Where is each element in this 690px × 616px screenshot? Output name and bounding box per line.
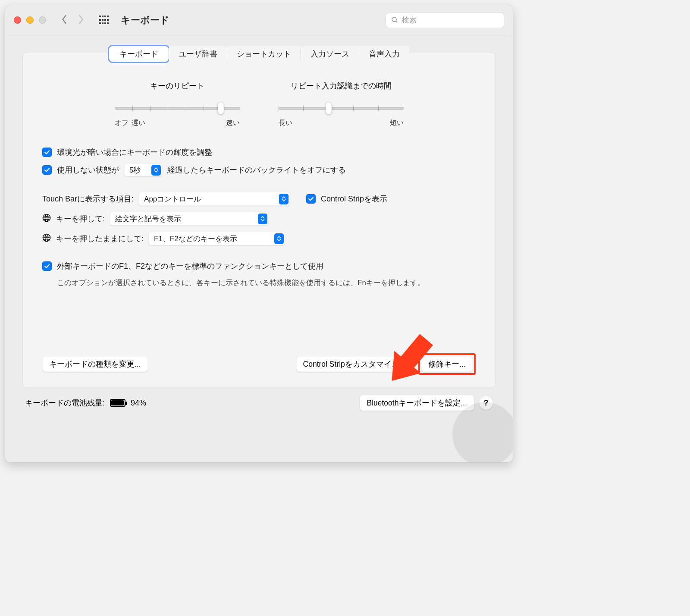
bluetooth-keyboard-button[interactable]: Bluetoothキーボードを設定... (360, 395, 474, 411)
backlight-off-suffix: 経過したらキーボードのバックライトをオフにする (167, 165, 346, 175)
globe-hold-popup[interactable]: F1、F2などのキーを表示 (149, 232, 285, 245)
backlight-delay-value: 5秒 (129, 165, 141, 175)
back-button[interactable] (61, 14, 67, 26)
battery-value: 94% (131, 399, 146, 408)
stepper-icon (279, 194, 289, 204)
slider-short-label: 短い (390, 119, 404, 128)
svg-point-0 (392, 17, 396, 22)
stepper-icon (151, 165, 161, 176)
preferences-window: キーボード キーボード ユーザ辞書 ショートカット 入力ソース (5, 5, 513, 462)
tab-inputsource[interactable]: 入力ソース (301, 46, 359, 62)
change-keyboard-type-button[interactable]: キーボードの種類を変更... (42, 356, 148, 372)
adjust-brightness-label: 環境光が暗い場合にキーボードの輝度を調整 (57, 147, 212, 157)
tab-keyboard[interactable]: キーボード (109, 46, 169, 62)
backlight-delay-popup[interactable]: 5秒 (124, 163, 162, 176)
keyboard-settings-card: キーボード ユーザ辞書 ショートカット 入力ソース 音声入力 キーのリピート (22, 53, 496, 387)
minimize-window-button[interactable] (26, 16, 34, 24)
check-icon (44, 263, 50, 269)
forward-button[interactable] (78, 14, 84, 26)
globe-icon (42, 233, 51, 244)
maximize-window-button[interactable] (39, 16, 46, 24)
show-control-strip-checkbox[interactable] (306, 194, 316, 204)
show-all-button[interactable] (99, 16, 109, 25)
delay-slider[interactable] (279, 104, 404, 113)
stepper-icon (258, 214, 267, 224)
fn-keys-label: 外部キーボードのF1、F2などのキーを標準のファンクションキーとして使用 (57, 261, 323, 271)
battery-label: キーボードの電池残量: (25, 398, 105, 408)
fn-keys-note: このオプションが選択されているときに、各キーに示されている特殊機能を使用するには… (57, 277, 425, 289)
help-button[interactable]: ? (479, 396, 493, 410)
titlebar: キーボード (5, 5, 513, 35)
content-area: キーボード ユーザ辞書 ショートカット 入力ソース 音声入力 キーのリピート (5, 35, 513, 423)
tab-shortcut[interactable]: ショートカット (227, 46, 301, 62)
modifier-keys-button[interactable]: 修飾キー... (421, 356, 473, 372)
key-repeat-label: キーのリピート (115, 81, 240, 91)
customize-control-strip-button[interactable]: Control Stripをカスタマイズ... (296, 356, 413, 372)
slider-long-label: 長い (279, 119, 292, 128)
touchbar-popup[interactable]: Appコントロール (139, 192, 290, 206)
check-icon (44, 167, 50, 173)
svg-line-1 (396, 21, 398, 23)
search-field[interactable] (386, 13, 504, 28)
key-repeat-slider-group: キーのリピート オフ 遅い 速い (115, 81, 240, 128)
delay-label: リピート入力認識までの時間 (279, 81, 404, 91)
touchbar-label: Touch Barに表示する項目: (42, 194, 134, 204)
key-repeat-slider[interactable] (115, 104, 240, 113)
adjust-brightness-checkbox[interactable] (42, 148, 52, 157)
slider-off-label: オフ (115, 119, 129, 128)
slider-fast-label: 速い (226, 119, 240, 128)
globe-press-label: キーを押して: (56, 214, 105, 224)
globe-hold-label: キーを押したままにして: (56, 233, 144, 244)
tab-dictation[interactable]: 音声入力 (359, 46, 409, 62)
backlight-off-checkbox[interactable] (42, 165, 52, 175)
backlight-off-prefix: 使用しない状態が (57, 165, 119, 175)
delay-slider-group: リピート入力認識までの時間 長い 短い (279, 81, 404, 128)
settings-tabs: キーボード ユーザ辞書 ショートカット 入力ソース 音声入力 (109, 46, 409, 62)
globe-press-popup[interactable]: 絵文字と記号を表示 (110, 212, 269, 226)
tab-userdict[interactable]: ユーザ辞書 (169, 46, 227, 62)
touchbar-value: Appコントロール (144, 194, 201, 204)
close-window-button[interactable] (14, 16, 21, 24)
stepper-icon (274, 233, 284, 244)
check-icon (308, 196, 314, 202)
check-icon (44, 149, 50, 155)
globe-press-value: 絵文字と記号を表示 (115, 214, 181, 224)
highlight-annotation: 修飾キー... (418, 353, 476, 375)
show-control-strip-label: Control Stripを表示 (321, 194, 387, 204)
globe-hold-value: F1、F2などのキーを表示 (154, 234, 237, 244)
battery-icon (110, 399, 125, 407)
window-title: キーボード (121, 14, 169, 27)
search-input[interactable] (402, 16, 499, 25)
fn-keys-checkbox[interactable] (42, 261, 52, 271)
search-icon (391, 16, 398, 24)
window-controls (14, 16, 46, 24)
slider-slow-label: 遅い (132, 119, 145, 128)
globe-icon (42, 214, 51, 224)
